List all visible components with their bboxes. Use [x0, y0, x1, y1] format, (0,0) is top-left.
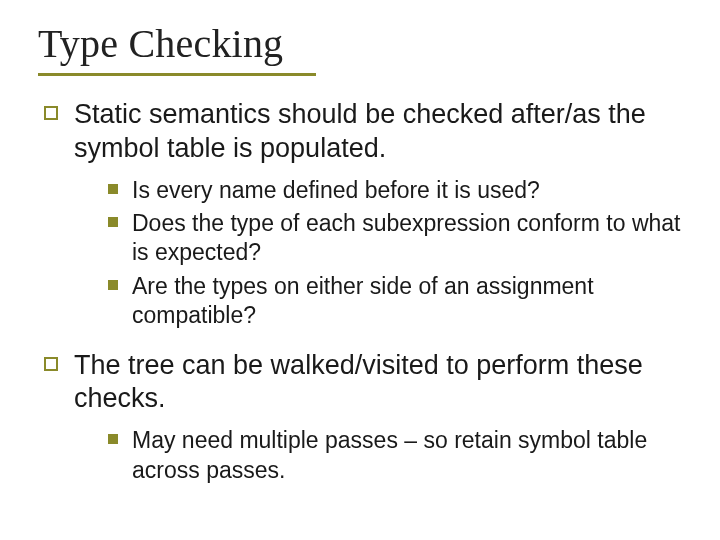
bullet-text: The tree can be walked/visited to perfor…	[74, 349, 682, 417]
bullet-level1: The tree can be walked/visited to perfor…	[38, 349, 682, 417]
bullet-text: Static semantics should be checked after…	[74, 98, 682, 166]
square-solid-icon	[108, 184, 118, 194]
bullet-level2: Are the types on either side of an assig…	[108, 272, 682, 331]
bullet-level2: May need multiple passes – so retain sym…	[108, 426, 682, 485]
bullet-level2: Is every name defined before it is used?	[108, 176, 682, 205]
square-outline-icon	[44, 106, 58, 120]
bullet-text: Is every name defined before it is used?	[132, 176, 540, 205]
square-solid-icon	[108, 434, 118, 444]
title-underline	[38, 73, 316, 76]
square-outline-icon	[44, 357, 58, 371]
sub-list: May need multiple passes – so retain sym…	[108, 426, 682, 485]
bullet-text: May need multiple passes – so retain sym…	[132, 426, 682, 485]
square-solid-icon	[108, 280, 118, 290]
bullet-level1: Static semantics should be checked after…	[38, 98, 682, 166]
slide-title: Type Checking	[38, 20, 682, 67]
slide: Type Checking Static semantics should be…	[0, 0, 720, 540]
bullet-level2: Does the type of each subexpression conf…	[108, 209, 682, 268]
square-solid-icon	[108, 217, 118, 227]
sub-list: Is every name defined before it is used?…	[108, 176, 682, 331]
bullet-text: Does the type of each subexpression conf…	[132, 209, 682, 268]
bullet-text: Are the types on either side of an assig…	[132, 272, 682, 331]
